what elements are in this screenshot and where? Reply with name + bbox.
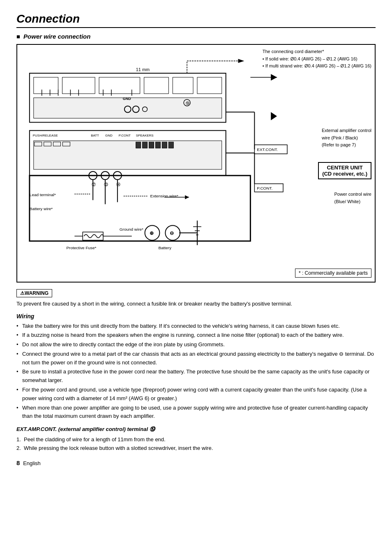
cord-diameter-label: The connecting cord diameter* • If solid… [263,48,371,70]
svg-text:SPEAKERS: SPEAKERS [136,134,154,137]
svg-rect-6 [197,77,222,94]
svg-rect-30 [155,142,160,148]
svg-text:BATT: BATT [91,134,99,137]
ext-amp-step-2: 2.While pressing the lock release button… [16,444,376,453]
svg-text:Lead terminal*: Lead terminal* [30,192,56,197]
cord-diameter-title: The connecting cord diameter* [263,49,324,54]
wiring-bullet-3: Do not allow the wire to directly contac… [16,341,376,349]
wiring-bullet-4: Connect the ground wire to a metal part … [16,350,376,367]
power-control-line2: (Blue/ White) [334,199,361,204]
wiring-bullet-6: For the power cord and ground, use a veh… [16,386,376,403]
svg-text:⑭: ⑭ [116,182,120,187]
svg-text:⊕: ⊕ [150,230,154,236]
center-unit-title: CENTER UNIT [327,164,362,171]
page-number: 8 [16,459,20,466]
ext-amp-section-title: EXT.AMP.CONT. (external amplifier contro… [16,426,376,433]
cord-diameter-bullet1: • If solid wire: Ø0.4 (AWG 26) – Ø1.2 (A… [263,56,357,61]
page-title: Connection [16,12,376,28]
svg-text:⑬: ⑬ [104,182,108,187]
svg-rect-4 [144,77,169,94]
svg-rect-31 [162,142,167,148]
wiring-bullet-7: When more than one power amplifier are g… [16,404,376,421]
page-number-area: 8 English [16,459,376,466]
svg-rect-29 [149,142,154,148]
wiring-bullet-1: Take the battery wire for this unit dire… [16,322,376,331]
svg-text:Battery: Battery [158,246,171,250]
wiring-bullet-list: Take the battery wire for this unit dire… [16,322,376,421]
center-unit-sub: (CD receiver, etc.) [322,171,367,177]
svg-text:P.CONT: P.CONT [119,134,131,137]
svg-text:Battery wire*: Battery wire* [30,206,53,211]
ext-amp-step-1: 1.Peel the cladding of wire for a length… [16,436,376,444]
language-label: English [23,460,41,466]
svg-rect-7 [34,98,222,118]
ext-amp-steps: 1.Peel the cladding of wire for a length… [16,436,376,453]
svg-text:EXT.CONT.: EXT.CONT. [257,147,278,152]
svg-text:GND: GND [123,97,131,101]
warning-label: ⚠WARNING [20,290,48,296]
svg-text:Protective Fuse*: Protective Fuse* [66,246,96,250]
svg-marker-73 [238,59,244,63]
cord-diameter-bullet2: • If multi strand wire: Ø0.4 (AWG 26) – … [263,63,371,68]
svg-rect-27 [136,142,141,148]
svg-rect-32 [168,142,173,148]
ext-amp-line2: wire (Pink / Black) [322,135,358,140]
center-unit-box: CENTER UNIT (CD receiver, etc.) [318,162,371,179]
warning-text: To prevent fire caused by a short in the… [16,300,376,308]
ext-amp-label: External amplifier control wire (Pink / … [322,127,371,149]
svg-text:⑲: ⑲ [186,101,189,105]
svg-text:PUSH/RELEASE: PUSH/RELEASE [33,134,58,137]
svg-marker-85 [271,112,277,120]
ext-amp-line1: External amplifier control [322,128,371,133]
svg-text:⑫: ⑫ [92,182,96,187]
wiring-bullet-2: If a buzzing noise is heard from the spe… [16,331,376,340]
power-control-label: Power control wire (Blue/ White) [334,191,371,205]
wiring-bullet-5: Be sure to install a protective fuse in … [16,368,376,385]
commercially-available-text: * : Commercially available parts [299,270,368,276]
wiring-title: Wiring [16,313,376,320]
section-header: Power wire connection [16,33,376,40]
svg-text:11 mm: 11 mm [136,67,150,72]
svg-text:⊖: ⊖ [170,230,174,236]
svg-rect-26 [34,141,222,169]
svg-rect-1 [34,77,58,94]
svg-text:P.CONT.: P.CONT. [257,186,272,190]
svg-text:GND: GND [105,134,113,137]
commercially-available-note: * : Commercially available parts [295,269,371,278]
svg-rect-5 [173,77,193,94]
ext-amp-line3: (Refer to page 7) [322,142,356,147]
power-control-line1: Power control wire [334,192,371,197]
svg-text:Ground wire*: Ground wire* [120,227,143,232]
diagram-area: GND PUSH/RELEASE BATT GND P.CONT SPEAKER… [16,44,376,283]
warning-box: ⚠WARNING [16,289,52,297]
svg-rect-3 [99,77,140,94]
svg-rect-28 [143,142,148,148]
